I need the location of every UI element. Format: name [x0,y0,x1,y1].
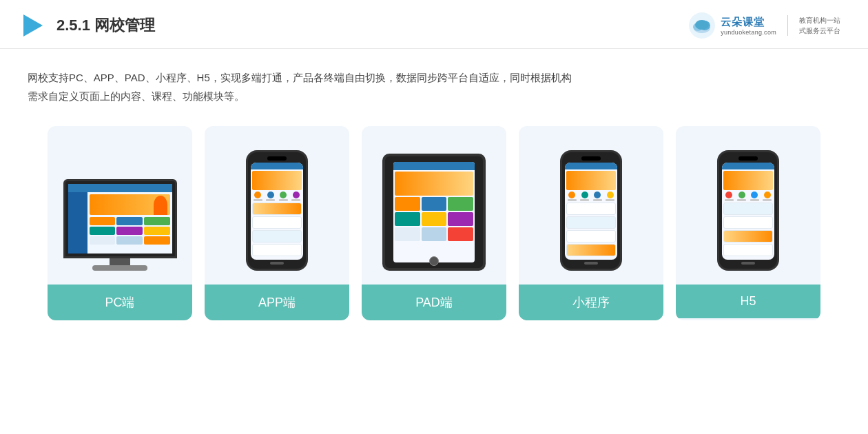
card-app-label: APP端 [205,285,349,320]
h5-home-btn [741,262,755,265]
page-container: 2.5.1 网校管理 云朵课堂 yunduoketang.com 教育机构一站 [0,0,868,434]
pad-screen [393,162,475,262]
logo-text: 云朵课堂 yunduoketang.com [721,16,776,36]
h5-notch [738,156,758,161]
header-left: 2.5.1 网校管理 [21,13,155,38]
mini-mockup-wrapper [530,140,652,271]
h5-screen [722,163,774,260]
phone-mockup-mini [560,150,622,271]
cards-section: PC端 [0,112,868,334]
card-pc-label: PC端 [48,285,192,320]
card-pad: PAD端 [362,126,506,320]
card-app: APP端 [205,126,349,320]
brand-logo: 云朵课堂 yunduoketang.com 教育机构一站 式服务云平台 [689,12,840,39]
pc-screen-outer [63,179,177,258]
logo-divider [787,15,788,36]
card-h5-label: H5 [676,285,820,318]
pad-mockup-wrapper [373,140,495,271]
card-pc: PC端 [48,126,192,320]
logo-tagline: 教育机构一站 式服务云平台 [799,15,840,36]
app-mockup-wrapper [216,140,338,271]
mini-screen [565,163,617,260]
phone-screen [251,163,303,260]
card-h5: H5 [676,126,820,320]
svg-point-4 [695,20,709,30]
logo-icon [689,12,715,39]
svg-marker-0 [23,14,43,37]
pc-mockup [63,179,177,271]
play-icon [21,13,45,38]
pc-stand [92,265,147,271]
card-mini: 小程序 [519,126,663,320]
phone-home-btn [270,262,284,265]
page-title: 2.5.1 网校管理 [56,15,155,36]
phone-mockup-app [246,150,308,271]
description: 网校支持PC、APP、PAD、小程序、H5，实现多端打通，产品各终端自由切换，数… [0,49,868,112]
pc-screen-content [68,184,172,254]
card-pad-label: PAD端 [362,285,506,320]
pc-neck [110,258,130,265]
header: 2.5.1 网校管理 云朵课堂 yunduoketang.com 教育机构一站 [0,0,868,49]
h5-mockup-wrapper [687,140,809,271]
pad-mockup [382,154,486,271]
mini-home-btn [584,262,598,265]
mini-notch [581,156,601,161]
phone-mockup-h5 [717,150,779,271]
pc-mockup-wrapper [59,140,181,271]
phone-notch [267,156,287,161]
pad-home-btn [429,256,439,266]
card-mini-label: 小程序 [519,285,663,320]
